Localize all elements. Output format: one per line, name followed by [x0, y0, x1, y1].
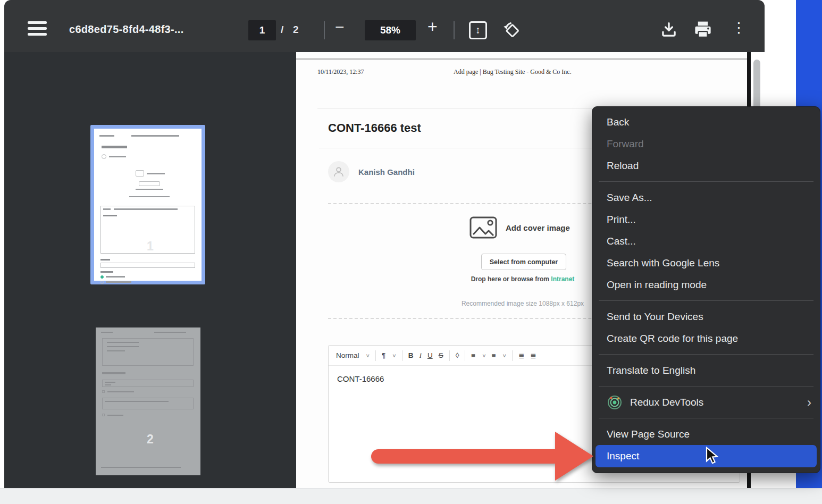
submenu-chevron-icon: › [807, 396, 811, 409]
rotate-icon[interactable] [502, 20, 522, 40]
strikethrough-button[interactable]: S [439, 351, 443, 359]
bold-button[interactable]: B [408, 351, 414, 359]
menu-item-forward: Forward [592, 133, 820, 155]
editor-separator [402, 350, 402, 361]
menu-divider [599, 354, 813, 355]
more-options-icon[interactable]: ⋮ [732, 19, 746, 36]
avatar [328, 161, 349, 182]
author-name: Kanish Gandhi [358, 167, 415, 177]
editor-separator [512, 350, 513, 361]
editor-separator [465, 350, 465, 361]
thumbnail-1-label: 1 [4, 239, 296, 254]
page-thumbnail-2[interactable] [96, 327, 200, 475]
menu-divider [599, 386, 813, 387]
editor-separator [375, 350, 376, 361]
document-filename: c6d8ed75-8fd4-48f3-... [69, 23, 184, 36]
format-dropdown[interactable]: Normal [336, 351, 359, 359]
align-button[interactable]: ≡ [471, 351, 475, 359]
thumbnail-1-page [94, 129, 202, 281]
menu-divider [599, 300, 813, 301]
menu-item-translate[interactable]: Translate to English [592, 359, 820, 381]
pdf-toolbar: c6d8ed75-8fd4-48f3-... 1 / 2 − 58% + ↕ ⋮ [4, 0, 765, 52]
redux-devtools-icon [607, 394, 623, 410]
menu-item-label: Redux DevTools [630, 397, 703, 408]
select-from-computer-button[interactable]: Select from computer [481, 254, 566, 270]
underline-button[interactable]: U [427, 351, 433, 359]
page-total: 2 [293, 24, 299, 36]
numbered-list-button[interactable]: ≣ [530, 351, 536, 360]
menu-item-redux-devtools[interactable]: Redux DevTools › [592, 391, 820, 413]
chevron-down-icon: ˅ [392, 352, 396, 359]
menu-icon[interactable] [28, 21, 47, 36]
toolbar-divider [324, 21, 325, 39]
menu-divider [599, 181, 813, 182]
menu-item-send-to-devices[interactable]: Send to Your Devices [592, 306, 820, 327]
image-icon [468, 215, 498, 240]
menu-item-inspect[interactable]: Inspect [595, 445, 817, 467]
editor-separator [449, 350, 450, 361]
page-number-input[interactable]: 1 [248, 20, 276, 40]
zoom-in-button[interactable]: + [427, 17, 438, 37]
add-cover-image-label: Add cover image [506, 223, 570, 232]
toolbar-divider [454, 21, 455, 39]
line-height-button[interactable]: ≡ [492, 351, 496, 359]
menu-divider [599, 418, 813, 418]
menu-item-create-qr-code[interactable]: Create QR code for this page [592, 327, 820, 349]
menu-item-save-as[interactable]: Save As... [592, 187, 820, 208]
download-icon[interactable] [659, 20, 678, 39]
chevron-down-icon: ˅ [503, 352, 506, 359]
menu-item-reading-mode[interactable]: Open in reading mode [592, 274, 820, 296]
pdf-header-date: 10/11/2023, 12:37 [317, 68, 364, 76]
intranet-link[interactable]: Intranet [551, 275, 574, 283]
page-top-edge [296, 58, 747, 60]
chevron-down-icon: ˅ [482, 352, 485, 359]
page-title: CONT-16666 test [328, 121, 421, 135]
fit-to-page-icon[interactable]: ↕ [469, 21, 487, 39]
screenshot-root: c6d8ed75-8fd4-48f3-... 1 / 2 − 58% + ↕ ⋮ [0, 0, 822, 504]
menu-item-back[interactable]: Back [592, 111, 820, 133]
zoom-level[interactable]: 58% [365, 20, 416, 40]
thumbnail-sidebar: 1 2 [4, 52, 296, 488]
menu-item-print[interactable]: Print... [592, 208, 820, 230]
context-menu: Back Forward Reload Save As... Print... … [592, 106, 820, 473]
menu-item-cast[interactable]: Cast... [592, 230, 820, 252]
italic-button[interactable]: I [419, 351, 422, 360]
bullet-list-button[interactable]: ≣ [518, 351, 524, 360]
zoom-out-button[interactable]: − [335, 18, 345, 36]
paragraph-button[interactable]: ¶ [382, 351, 385, 359]
thumbnail-2-label: 2 [4, 432, 296, 447]
menu-item-search-google-lens[interactable]: Search with Google Lens [592, 252, 820, 274]
page-thumbnail-1[interactable] [90, 125, 205, 284]
drop-hint-text: Drop here or browse from [471, 275, 551, 283]
menu-item-view-page-source[interactable]: View Page Source [592, 423, 820, 445]
drop-hint: Drop here or browse from Intranet [443, 275, 602, 283]
person-icon [332, 165, 346, 179]
page-separator: / [281, 24, 283, 36]
print-icon[interactable] [692, 19, 714, 40]
bottom-strip [0, 488, 822, 504]
text-color-button[interactable]: ◊ [456, 351, 459, 359]
menu-item-reload[interactable]: Reload [592, 155, 820, 177]
chevron-down-icon: ˅ [366, 352, 370, 359]
image-size-hint: Recommended image size 1088px x 612px [443, 300, 602, 307]
pdf-header-title: Add page | Bug Testing Site - Good & Co … [454, 68, 572, 76]
